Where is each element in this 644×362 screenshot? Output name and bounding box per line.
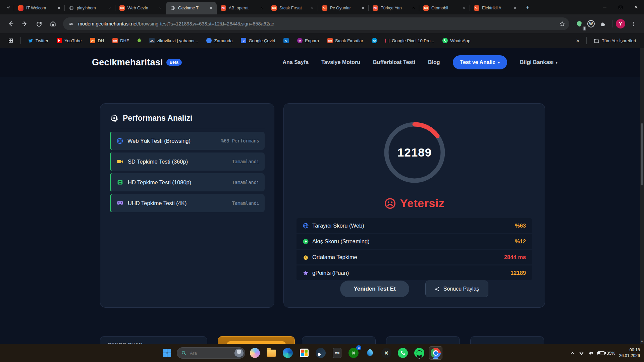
test-item-sd: SD Tepkime Testi (360p) Tamamlandı: [110, 153, 265, 171]
bookmark-droplet[interactable]: [135, 38, 144, 44]
bookmark-zikuvikuzi[interactable]: ZKzikuvikuzi | yabancı...: [147, 37, 201, 45]
taskbar-search[interactable]: [177, 347, 245, 359]
bookmark-outlook[interactable]: O: [281, 37, 291, 45]
xbox-icon[interactable]: 3: [347, 346, 360, 360]
search-input[interactable]: [189, 350, 229, 356]
vr-headset-icon: [116, 199, 124, 207]
bookmark-star-icon[interactable]: [557, 19, 567, 29]
bookmark-dh[interactable]: DHDH: [87, 37, 107, 45]
nav-bilgi-bankasi[interactable]: Bilgi Bankası▾: [520, 59, 557, 65]
taskbar-clock[interactable]: 00:18 26.01.2026: [619, 347, 640, 359]
file-explorer-icon[interactable]: [265, 346, 278, 360]
spotify-icon[interactable]: [413, 346, 426, 360]
nav-bufferbloat-testi[interactable]: Bufferbloat Testi: [373, 59, 415, 65]
epic-games-icon[interactable]: EPIC: [330, 346, 344, 360]
bookmark-youtube[interactable]: YouTube: [54, 37, 84, 45]
tab-search-icon[interactable]: [3, 2, 14, 13]
bookmark-hp[interactable]: hp: [369, 37, 380, 45]
nav-ana-sayfa[interactable]: Ana Sayfa: [283, 59, 309, 65]
bookmark-sicak-firsatlar[interactable]: DHSıcak Fırsatlar: [325, 37, 366, 45]
edge-icon[interactable]: [281, 346, 294, 360]
tab-close-icon[interactable]: [512, 5, 518, 11]
tab-close-icon[interactable]: [157, 5, 163, 11]
steam-icon[interactable]: [314, 346, 327, 360]
wayback-extension-icon[interactable]: W: [587, 20, 595, 27]
outlook-icon: O: [283, 38, 289, 43]
bookmark-whatsapp[interactable]: WhatsApp: [440, 37, 473, 45]
bookmarks-overflow-icon[interactable]: »: [574, 36, 582, 45]
extension-badge: 2: [583, 26, 586, 31]
search-icon: [181, 350, 186, 356]
profile-avatar[interactable]: Y: [616, 19, 625, 28]
hp-icon: hp: [372, 38, 377, 43]
adblock-extension-icon[interactable]: 2: [573, 18, 585, 30]
game-bar-icon[interactable]: ✕: [380, 346, 393, 360]
scrollbar-thumb[interactable]: [641, 123, 643, 185]
enpara-icon: en: [297, 38, 303, 43]
nav-tavsiye-motoru[interactable]: Tavsiye Motoru: [321, 59, 360, 65]
test-item-hd: HD Tepkime Testi (1080p) Tamamlandı: [110, 173, 265, 191]
retest-button[interactable]: Yeniden Test Et: [340, 281, 409, 297]
highlight-pill-button[interactable]: [227, 341, 286, 344]
tab-close-icon[interactable]: [107, 5, 113, 11]
reload-icon[interactable]: [33, 18, 45, 30]
page-scrollbar[interactable]: ▼: [640, 48, 644, 344]
battery-indicator[interactable]: 35%: [597, 351, 615, 356]
tab-otomobil[interactable]: DH Otomobil: [419, 2, 470, 14]
maximize-button[interactable]: [612, 0, 628, 14]
forward-icon[interactable]: [19, 18, 31, 30]
tab-close-icon[interactable]: [259, 5, 265, 11]
back-icon[interactable]: [5, 18, 17, 30]
tab-elektrikli[interactable]: DH Elektrikli A: [470, 2, 521, 14]
hidden-icons-chevron-icon[interactable]: [570, 351, 575, 356]
all-bookmarks-folder[interactable]: Tüm Yer İşaretleri: [591, 37, 639, 45]
microsoft-store-icon[interactable]: [298, 346, 311, 360]
tab-close-icon[interactable]: [208, 5, 214, 11]
water-drop-app-icon[interactable]: [363, 346, 377, 360]
tab-close-icon[interactable]: [411, 5, 417, 11]
tab-gezinme-active[interactable]: Gezinme T: [166, 2, 217, 14]
tab-sicak-firsat[interactable]: DH Sıcak Fırsat: [267, 2, 318, 14]
whatsapp-icon[interactable]: [396, 346, 410, 360]
url-text[interactable]: modem.gecikmeharitasi.net/browsing-test?…: [78, 21, 553, 26]
tab-pc-oyunlar[interactable]: DH Pc Oyunlar: [318, 2, 369, 14]
search-highlight-thumbnail: [234, 349, 244, 358]
tab-web-gezin[interactable]: DH Web Gezin: [115, 2, 166, 14]
tab-close-icon[interactable]: [309, 5, 315, 11]
brackets-icon: [385, 39, 389, 43]
apps-grid-icon[interactable]: [5, 37, 16, 45]
copilot-icon[interactable]: [248, 346, 262, 360]
tab-close-icon[interactable]: [461, 5, 467, 11]
tab-close-icon[interactable]: [360, 5, 366, 11]
close-window-button[interactable]: [628, 0, 644, 14]
bookmark-dhf[interactable]: DHDHF: [110, 37, 132, 45]
home-icon[interactable]: [47, 18, 59, 30]
extensions-puzzle-icon[interactable]: [597, 18, 609, 30]
tab-turkce-yan[interactable]: DH Türkçe Yan: [369, 2, 419, 14]
site-info-icon[interactable]: [68, 21, 74, 27]
start-button[interactable]: [160, 346, 174, 360]
tab-ab-operat[interactable]: DH AB, operat: [217, 2, 267, 14]
test-ve-analiz-button[interactable]: Test ve Analiz▾: [453, 55, 507, 69]
bookmark-pixel[interactable]: Google Pixel 10 Pro...: [383, 37, 437, 45]
globe-favicon-icon: [170, 5, 175, 11]
tab-close-icon[interactable]: [56, 5, 62, 11]
address-bar[interactable]: modem.gecikmeharitasi.net/browsing-test?…: [63, 17, 569, 30]
new-tab-button[interactable]: +: [523, 2, 533, 12]
nav-blog[interactable]: Blog: [428, 59, 440, 65]
scroll-down-arrow-icon[interactable]: ▼: [640, 340, 644, 343]
chrome-icon-active[interactable]: [429, 346, 442, 360]
tab-play-hbo[interactable]: play.hbom: [65, 2, 115, 14]
wifi-icon[interactable]: [579, 350, 584, 356]
bookmark-enpara[interactable]: enEnpara: [294, 37, 322, 45]
bookmark-translate[interactable]: GGoogle Çeviri: [238, 37, 278, 45]
volume-icon[interactable]: [588, 350, 594, 356]
bookmark-twitter[interactable]: Twitter: [25, 37, 51, 45]
bookmark-zamunda[interactable]: Zamunda: [204, 37, 235, 45]
tab-it-welcome[interactable]: IT Welcom: [14, 2, 65, 14]
share-result-button[interactable]: Sonucu Paylaş: [425, 281, 488, 297]
minimize-button[interactable]: [597, 0, 612, 14]
test-item-uhd: UHD Tepkime Testi (4K) Tamamlandı: [110, 194, 265, 212]
browser-menu-icon[interactable]: [627, 18, 639, 30]
site-logo[interactable]: Gecikmeharitasi Beta: [80, 57, 182, 68]
